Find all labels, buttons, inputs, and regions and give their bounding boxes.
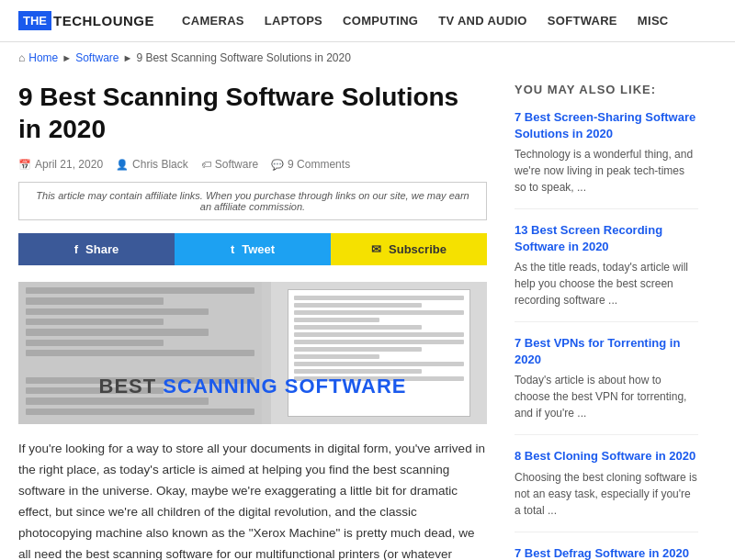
logo-techlounge: TECHLOUNGE [53, 13, 154, 28]
mock-row-7 [26, 350, 254, 356]
sidebar-item-4: 7 Best Defrag Software in 2020 Let's beg… [514, 545, 698, 560]
article-comments: 9 Comments [288, 158, 350, 171]
breadcrumb-home[interactable]: Home [28, 51, 58, 64]
article-body: If you're looking for a way to store all… [18, 439, 487, 560]
nav-software[interactable]: SOFTWARE [548, 14, 617, 28]
hero-text-blue: SCANNING SOFTWARE [163, 375, 406, 398]
doc-line-11 [294, 369, 422, 374]
nav-misc[interactable]: MISC [638, 14, 669, 28]
article-meta: 📅 April 21, 2020 👤 Chris Black 🏷 Softwar… [18, 158, 487, 171]
sidebar-desc-3: Choosing the best cloning software is no… [514, 471, 697, 517]
doc-line-7 [294, 340, 464, 344]
meta-author: 👤 Chris Black [116, 158, 188, 171]
doc-line-8 [294, 347, 422, 352]
affiliate-notice: This article may contain affiliate links… [18, 182, 487, 220]
logo-the: THE [18, 11, 51, 30]
sidebar-item-0: 7 Best Screen-Sharing Software Solutions… [514, 109, 698, 209]
comment-icon: 💬 [271, 159, 284, 171]
doc-line-5 [294, 325, 422, 330]
article-author: Chris Black [132, 158, 188, 171]
breadcrumb-sep-1: ► [62, 52, 72, 63]
doc-line-9 [294, 354, 379, 359]
affiliate-notice-text: This article may contain affiliate links… [36, 190, 469, 212]
home-icon: ⌂ [18, 51, 25, 64]
subscribe-label: Subscribe [389, 242, 447, 256]
sidebar-desc-1: As the title reads, today's article will… [514, 261, 688, 307]
facebook-icon: f [74, 242, 78, 256]
main-nav: CAMERAS LAPTOPS COMPUTING TV AND AUDIO S… [182, 14, 669, 28]
hero-mockup: BEST SCANNING SOFTWARE [18, 282, 487, 424]
mock-row-11 [26, 409, 254, 415]
main-layout: 9 Best Scanning Software Solutions in 20… [0, 73, 735, 560]
breadcrumb: ⌂ Home ► Software ► 9 Best Scanning Soft… [0, 42, 735, 73]
hero-image: BEST SCANNING SOFTWARE [18, 282, 487, 424]
doc-line-4 [294, 318, 379, 322]
mock-row-5 [26, 329, 209, 335]
sidebar-link-2[interactable]: 7 Best VPNs for Torrenting in 2020 [514, 335, 698, 367]
sidebar-link-3[interactable]: 8 Best Cloning Software in 2020 [514, 448, 698, 465]
sidebar-item-3: 8 Best Cloning Software in 2020 Choosing… [514, 448, 698, 532]
share-facebook-button[interactable]: f Share [18, 233, 175, 265]
breadcrumb-sep-2: ► [123, 52, 133, 63]
hero-right-panel [271, 282, 487, 424]
mock-row-1 [26, 287, 254, 294]
sidebar-item-1: 13 Best Screen Recording Software in 202… [514, 222, 698, 322]
share-fb-label: Share [85, 242, 119, 256]
share-tw-label: Tweet [242, 242, 275, 256]
content-column: 9 Best Scanning Software Solutions in 20… [18, 73, 487, 560]
hero-left-panel [18, 282, 262, 424]
hero-text-normal: BEST [99, 375, 157, 398]
nav-cameras[interactable]: CAMERAS [182, 14, 244, 28]
twitter-icon: t [231, 242, 234, 256]
mock-row-4 [26, 319, 164, 325]
nav-computing[interactable]: COMPUTING [343, 14, 418, 28]
sidebar-link-1[interactable]: 13 Best Screen Recording Software in 202… [514, 222, 698, 254]
article-category: Software [215, 158, 258, 171]
doc-line-3 [294, 310, 464, 315]
breadcrumb-software[interactable]: Software [75, 51, 119, 64]
doc-line-1 [294, 296, 464, 300]
meta-category: 🏷 Software [201, 158, 258, 171]
breadcrumb-current: 9 Best Scanning Software Solutions in 20… [136, 51, 350, 64]
nav-tv-audio[interactable]: TV AND AUDIO [438, 14, 527, 28]
hero-overlay-text: BEST SCANNING SOFTWARE [18, 375, 487, 398]
doc-line-2 [294, 303, 422, 308]
share-twitter-button[interactable]: t Tweet [175, 233, 331, 265]
subscribe-button[interactable]: ✉ Subscribe [331, 233, 487, 265]
email-icon: ✉ [371, 242, 381, 256]
meta-date: 📅 April 21, 2020 [18, 158, 103, 171]
calendar-icon: 📅 [18, 159, 31, 171]
sidebar: YOU MAY ALSO LIKE: 7 Best Screen-Sharing… [514, 73, 698, 560]
sidebar-link-4[interactable]: 7 Best Defrag Software in 2020 [514, 545, 698, 560]
sidebar-desc-0: Technology is a wonderful thing, and we'… [514, 148, 693, 194]
mock-row-10 [26, 398, 209, 404]
meta-comments: 💬 9 Comments [271, 158, 350, 171]
logo-link[interactable]: THE TECHLOUNGE [18, 11, 154, 30]
article-date: April 21, 2020 [35, 158, 103, 171]
article-title: 9 Best Scanning Software Solutions in 20… [18, 81, 487, 145]
sidebar-title: YOU MAY ALSO LIKE: [514, 83, 698, 96]
body-paragraph-1: If you're looking for a way to store all… [18, 439, 487, 560]
mock-row-2 [26, 297, 164, 304]
share-buttons: f Share t Tweet ✉ Subscribe [18, 233, 487, 265]
doc-line-6 [294, 332, 464, 337]
site-header: THE TECHLOUNGE CAMERAS LAPTOPS COMPUTING… [0, 0, 735, 42]
mock-row-6 [26, 340, 164, 346]
doc-line-10 [294, 362, 464, 366]
sidebar-desc-2: Today's article is about how to choose t… [514, 374, 686, 420]
sidebar-link-0[interactable]: 7 Best Screen-Sharing Software Solutions… [514, 109, 698, 141]
person-icon: 👤 [116, 159, 129, 171]
mock-row-3 [26, 308, 209, 315]
sidebar-item-2: 7 Best VPNs for Torrenting in 2020 Today… [514, 335, 698, 435]
tag-icon: 🏷 [201, 159, 211, 170]
nav-laptops[interactable]: LAPTOPS [265, 14, 322, 28]
